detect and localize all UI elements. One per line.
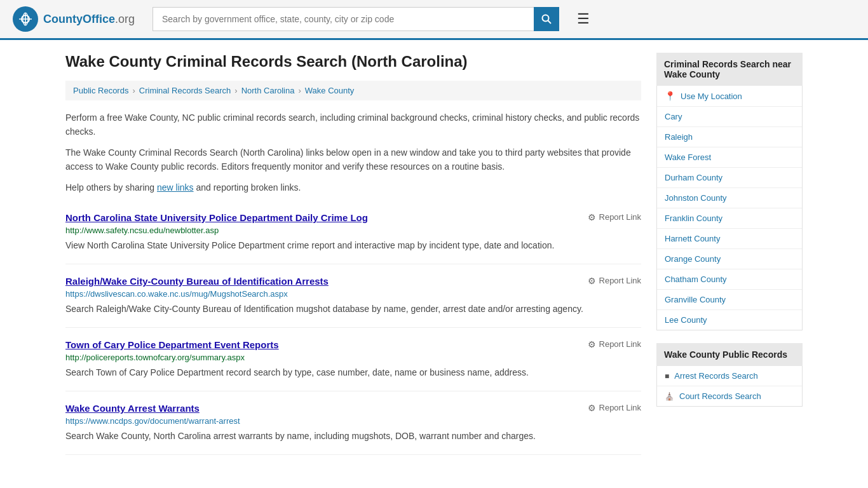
durham-county-link[interactable]: Durham County	[665, 173, 722, 182]
sidebar-item-use-my-location[interactable]: 📍 Use My Location	[657, 86, 802, 107]
wake-forest-link[interactable]: Wake Forest	[665, 152, 711, 162]
sidebar-item-cary[interactable]: Cary	[657, 107, 802, 127]
result-item-3: Town of Cary Police Department Event Rep…	[65, 328, 641, 391]
report-link-btn-2[interactable]: ⚙ Report Link	[588, 276, 641, 286]
sidebar-public-records-title: Wake County Public Records	[656, 343, 803, 366]
sidebar: Criminal Records Search near Wake County…	[656, 53, 803, 455]
page-title: Wake County Criminal Records Search (Nor…	[65, 53, 641, 71]
lee-county-link[interactable]: Lee County	[665, 315, 707, 325]
search-button[interactable]	[534, 7, 559, 31]
arrest-records-icon: ■	[665, 372, 669, 381]
result-header-1: North Carolina State University Police D…	[65, 212, 641, 223]
johnston-county-link[interactable]: Johnston County	[665, 193, 727, 203]
result-desc-4: Search Wake County, North Carolina arres…	[65, 430, 641, 443]
result-item-4: Wake County Arrest Warrants ⚙ Report Lin…	[65, 391, 641, 455]
result-desc-2: Search Raleigh/Wake City-County Bureau o…	[65, 302, 641, 316]
intro-paragraph-3: Help others by sharing new links and rep…	[65, 180, 641, 194]
report-link-btn-1[interactable]: ⚙ Report Link	[588, 212, 641, 222]
breadcrumb: Public Records › Criminal Records Search…	[65, 81, 641, 100]
sidebar-item-wake-forest[interactable]: Wake Forest	[657, 147, 802, 168]
report-link-btn-4[interactable]: ⚙ Report Link	[588, 403, 641, 413]
report-label-3: Report Link	[599, 339, 641, 349]
harnett-county-link[interactable]: Harnett County	[665, 234, 720, 243]
result-title-1[interactable]: North Carolina State University Police D…	[65, 212, 368, 223]
new-links-link[interactable]: new links	[157, 182, 194, 193]
report-label-4: Report Link	[599, 403, 641, 412]
cary-link[interactable]: Cary	[665, 112, 682, 121]
intro-paragraph-2: The Wake County Criminal Records Search …	[65, 146, 641, 174]
svg-point-5	[543, 15, 549, 22]
breadcrumb-public-records[interactable]: Public Records	[73, 86, 128, 95]
franklin-county-link[interactable]: Franklin County	[665, 214, 722, 223]
result-url-4[interactable]: https://www.ncdps.gov/document/warrant-a…	[65, 416, 641, 426]
breadcrumb-sep-1: ›	[132, 86, 135, 95]
report-label-2: Report Link	[599, 276, 641, 285]
main-container: Wake County Criminal Records Search (Nor…	[53, 40, 815, 468]
breadcrumb-sep-3: ›	[298, 86, 301, 95]
sidebar-item-raleigh[interactable]: Raleigh	[657, 127, 802, 147]
result-item-2: Raleigh/Wake City-County Bureau of Ident…	[65, 264, 641, 328]
sidebar-item-court-records[interactable]: ⛪ Court Records Search	[657, 386, 802, 406]
raleigh-link[interactable]: Raleigh	[665, 132, 693, 142]
result-item-1: North Carolina State University Police D…	[65, 201, 641, 264]
logo-icon	[13, 6, 38, 32]
search-input[interactable]	[153, 7, 534, 31]
search-bar	[153, 7, 559, 31]
breadcrumb-north-carolina[interactable]: North Carolina	[241, 86, 295, 95]
chatham-county-link[interactable]: Chatham County	[665, 274, 727, 284]
sidebar-nearby-content: 📍 Use My Location Cary Raleigh Wake Fore…	[656, 86, 803, 330]
granville-county-link[interactable]: Granville County	[665, 295, 726, 304]
sidebar-item-arrest-records[interactable]: ■ Arrest Records Search	[657, 366, 802, 386]
svg-line-6	[548, 21, 552, 24]
menu-button[interactable]: ☰	[572, 10, 595, 29]
logo[interactable]: CountyOffice.org	[13, 6, 140, 32]
report-icon-2: ⚙	[588, 276, 596, 286]
content-area: Wake County Criminal Records Search (Nor…	[65, 53, 641, 455]
result-title-2[interactable]: Raleigh/Wake City-County Bureau of Ident…	[65, 276, 329, 287]
court-records-link[interactable]: Court Records Search	[679, 391, 761, 401]
result-header-4: Wake County Arrest Warrants ⚙ Report Lin…	[65, 403, 641, 414]
court-records-icon: ⛪	[665, 392, 674, 401]
breadcrumb-criminal-records[interactable]: Criminal Records Search	[139, 86, 231, 95]
sidebar-item-lee-county[interactable]: Lee County	[657, 310, 802, 330]
search-icon	[541, 14, 552, 24]
intro-paragraph-1: Perform a free Wake County, NC public cr…	[65, 111, 641, 139]
result-desc-1: View North Carolina State University Pol…	[65, 239, 641, 252]
sidebar-item-orange-county[interactable]: Orange County	[657, 249, 802, 269]
sidebar-item-harnett-county[interactable]: Harnett County	[657, 229, 802, 249]
result-header-2: Raleigh/Wake City-County Bureau of Ident…	[65, 276, 641, 287]
sidebar-item-franklin-county[interactable]: Franklin County	[657, 208, 802, 229]
breadcrumb-sep-2: ›	[234, 86, 237, 95]
result-url-3[interactable]: http://policereports.townofcary.org/summ…	[65, 353, 641, 362]
header: CountyOffice.org ☰	[0, 0, 868, 40]
result-title-3[interactable]: Town of Cary Police Department Event Rep…	[65, 339, 279, 350]
breadcrumb-wake-county[interactable]: Wake County	[305, 86, 355, 95]
report-label-1: Report Link	[599, 212, 641, 222]
sidebar-item-johnston-county[interactable]: Johnston County	[657, 188, 802, 208]
report-icon-3: ⚙	[588, 339, 596, 349]
sidebar-public-records-content: ■ Arrest Records Search ⛪ Court Records …	[656, 366, 803, 407]
location-pin-icon: 📍	[665, 91, 675, 101]
result-desc-3: Search Town of Cary Police Department re…	[65, 366, 641, 379]
sidebar-item-granville-county[interactable]: Granville County	[657, 290, 802, 310]
report-icon-1: ⚙	[588, 212, 596, 222]
result-title-4[interactable]: Wake County Arrest Warrants	[65, 403, 200, 414]
use-my-location-link[interactable]: Use My Location	[681, 92, 742, 101]
result-url-1[interactable]: http://www.safety.ncsu.edu/newblotter.as…	[65, 226, 641, 235]
arrest-records-link[interactable]: Arrest Records Search	[674, 371, 758, 381]
sidebar-nearby-section: Criminal Records Search near Wake County…	[656, 53, 803, 330]
result-url-2[interactable]: https://dwslivescan.co.wake.nc.us/mug/Mu…	[65, 289, 641, 299]
sidebar-public-records-section: Wake County Public Records ■ Arrest Reco…	[656, 343, 803, 407]
logo-county: CountyOffice	[43, 13, 115, 25]
sidebar-item-durham-county[interactable]: Durham County	[657, 168, 802, 188]
sidebar-item-chatham-county[interactable]: Chatham County	[657, 269, 802, 290]
logo-text: CountyOffice.org	[43, 13, 135, 26]
result-header-3: Town of Cary Police Department Event Rep…	[65, 339, 641, 350]
logo-org: .org	[115, 13, 135, 25]
sidebar-nearby-title: Criminal Records Search near Wake County	[656, 53, 803, 86]
report-icon-4: ⚙	[588, 403, 596, 413]
report-link-btn-3[interactable]: ⚙ Report Link	[588, 339, 641, 349]
orange-county-link[interactable]: Orange County	[665, 254, 721, 264]
